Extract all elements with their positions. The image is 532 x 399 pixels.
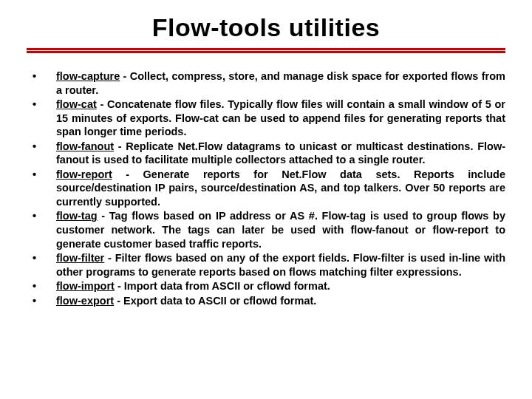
utility-name: flow-report — [56, 168, 112, 180]
utility-desc: - Collect, compress, store, and manage d… — [56, 70, 505, 96]
bullet-list: •flow-capture - Collect, compress, store… — [27, 69, 505, 307]
list-item-text: flow-filter - Filter flows based on any … — [56, 251, 505, 279]
list-item: •flow-cat - Concatenate flow files. Typi… — [31, 98, 505, 139]
utility-desc: - Import data from ASCII or cflowd forma… — [115, 280, 330, 292]
bullet-icon: • — [31, 168, 56, 182]
list-item: •flow-tag - Tag flows based on IP addres… — [31, 209, 505, 250]
utility-desc: - Replicate Net.Flow datagrams to unicas… — [56, 140, 505, 166]
list-item: •flow-fanout - Replicate Net.Flow datagr… — [31, 140, 505, 167]
list-item-text: flow-fanout - Replicate Net.Flow datagra… — [56, 140, 505, 167]
list-item-text: flow-tag - Tag flows based on IP address… — [56, 209, 505, 250]
list-item-text: flow-report - Generate reports for Net.F… — [56, 168, 505, 209]
divider-top — [27, 48, 505, 50]
utility-desc: - Generate reports for Net.Flow data set… — [56, 168, 505, 208]
list-item: •flow-report - Generate reports for Net.… — [31, 168, 505, 209]
utility-name: flow-cat — [56, 98, 97, 110]
list-item-text: flow-export - Export data to ASCII or cf… — [56, 294, 505, 308]
list-item-text: flow-capture - Collect, compress, store,… — [56, 69, 505, 97]
utility-name: flow-fanout — [56, 140, 114, 152]
bullet-icon: • — [31, 69, 56, 83]
list-item: •flow-capture - Collect, compress, store… — [31, 69, 505, 97]
utility-desc: - Concatenate flow files. Typically flow… — [56, 98, 505, 137]
bullet-icon: • — [31, 209, 56, 223]
utility-name: flow-export — [56, 295, 114, 307]
bullet-icon: • — [31, 140, 56, 154]
utility-name: flow-tag — [56, 210, 98, 222]
list-item: •flow-filter - Filter flows based on any… — [31, 251, 505, 279]
page-title: Flow-tools utilities — [27, 13, 505, 42]
bullet-icon: • — [31, 279, 56, 293]
utility-desc: - Filter flows based on any of the expor… — [56, 252, 505, 278]
list-item-text: flow-import - Import data from ASCII or … — [56, 279, 505, 293]
divider-bottom — [27, 51, 505, 53]
utility-desc: - Tag flows based on IP address or AS #.… — [56, 210, 505, 249]
utility-name: flow-import — [56, 280, 115, 292]
slide: Flow-tools utilities •flow-capture - Col… — [0, 0, 532, 399]
utility-name: flow-capture — [56, 70, 120, 82]
bullet-icon: • — [31, 294, 56, 308]
utility-desc: - Export data to ASCII or cflowd format. — [114, 295, 316, 307]
bullet-icon: • — [31, 98, 56, 112]
bullet-icon: • — [31, 251, 56, 265]
list-item-text: flow-cat - Concatenate flow files. Typic… — [56, 98, 505, 139]
utility-name: flow-filter — [56, 252, 104, 264]
list-item: •flow-import - Import data from ASCII or… — [31, 279, 505, 293]
list-item: •flow-export - Export data to ASCII or c… — [31, 294, 505, 308]
